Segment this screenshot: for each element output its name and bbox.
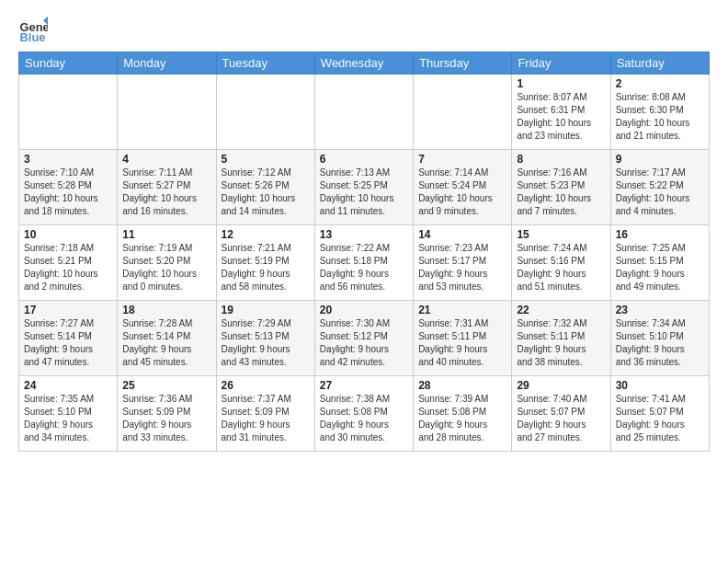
day-cell: 10Sunrise: 7:18 AM Sunset: 5:21 PM Dayli… — [19, 225, 118, 301]
week-row-5: 24Sunrise: 7:35 AM Sunset: 5:10 PM Dayli… — [19, 376, 710, 452]
day-info: Sunrise: 7:31 AM Sunset: 5:11 PM Dayligh… — [418, 317, 506, 369]
day-cell: 18Sunrise: 7:28 AM Sunset: 5:14 PM Dayli… — [118, 301, 216, 376]
day-cell: 3Sunrise: 7:10 AM Sunset: 5:28 PM Daylig… — [19, 150, 118, 225]
weekday-tuesday: Tuesday — [216, 52, 314, 75]
day-info: Sunrise: 7:36 AM Sunset: 5:09 PM Dayligh… — [122, 393, 210, 444]
day-number: 29 — [517, 379, 605, 392]
header: General Blue — [18, 15, 710, 44]
day-number: 10 — [24, 228, 112, 241]
day-cell: 5Sunrise: 7:12 AM Sunset: 5:26 PM Daylig… — [216, 150, 314, 225]
day-cell: 14Sunrise: 7:23 AM Sunset: 5:17 PM Dayli… — [414, 225, 512, 301]
day-cell: 24Sunrise: 7:35 AM Sunset: 5:10 PM Dayli… — [19, 376, 118, 452]
day-number: 14 — [418, 228, 506, 241]
day-number: 19 — [222, 304, 310, 316]
day-cell: 12Sunrise: 7:21 AM Sunset: 5:19 PM Dayli… — [216, 225, 314, 301]
weekday-monday: Monday — [118, 52, 216, 75]
day-info: Sunrise: 7:29 AM Sunset: 5:13 PM Dayligh… — [222, 317, 310, 369]
weekday-saturday: Saturday — [610, 52, 709, 75]
weekday-sunday: Sunday — [19, 52, 118, 75]
day-number: 18 — [122, 304, 210, 316]
day-number: 28 — [418, 379, 506, 392]
day-number: 15 — [517, 228, 605, 241]
day-number: 2 — [616, 77, 704, 90]
logo: General Blue — [18, 15, 51, 44]
week-row-4: 17Sunrise: 7:27 AM Sunset: 5:14 PM Dayli… — [19, 301, 710, 376]
day-info: Sunrise: 7:22 AM Sunset: 5:18 PM Dayligh… — [320, 242, 408, 293]
weekday-thursday: Thursday — [414, 52, 512, 75]
day-number: 4 — [122, 153, 210, 166]
day-number: 25 — [122, 379, 210, 392]
day-cell: 28Sunrise: 7:39 AM Sunset: 5:08 PM Dayli… — [414, 376, 512, 452]
day-cell: 15Sunrise: 7:24 AM Sunset: 5:16 PM Dayli… — [512, 225, 610, 301]
weekday-wednesday: Wednesday — [314, 52, 413, 75]
day-cell: 27Sunrise: 7:38 AM Sunset: 5:08 PM Dayli… — [314, 376, 413, 452]
week-row-3: 10Sunrise: 7:18 AM Sunset: 5:21 PM Dayli… — [19, 225, 710, 301]
day-number: 12 — [222, 228, 310, 241]
day-info: Sunrise: 7:21 AM Sunset: 5:19 PM Dayligh… — [222, 242, 310, 293]
day-number: 21 — [418, 304, 506, 316]
day-number: 26 — [222, 379, 310, 392]
day-number: 20 — [320, 304, 408, 316]
day-cell: 23Sunrise: 7:34 AM Sunset: 5:10 PM Dayli… — [610, 301, 709, 376]
day-info: Sunrise: 7:37 AM Sunset: 5:09 PM Dayligh… — [222, 393, 310, 444]
day-info: Sunrise: 7:12 AM Sunset: 5:26 PM Dayligh… — [222, 167, 310, 218]
day-cell: 4Sunrise: 7:11 AM Sunset: 5:27 PM Daylig… — [118, 150, 216, 225]
day-info: Sunrise: 7:39 AM Sunset: 5:08 PM Dayligh… — [418, 393, 506, 444]
day-info: Sunrise: 7:32 AM Sunset: 5:11 PM Dayligh… — [517, 317, 605, 369]
day-info: Sunrise: 7:27 AM Sunset: 5:14 PM Dayligh… — [24, 317, 112, 369]
day-info: Sunrise: 7:23 AM Sunset: 5:17 PM Dayligh… — [418, 242, 506, 293]
day-info: Sunrise: 8:08 AM Sunset: 6:30 PM Dayligh… — [616, 91, 704, 143]
weekday-header-row: SundayMondayTuesdayWednesdayThursdayFrid… — [19, 52, 710, 75]
day-number: 17 — [24, 304, 112, 316]
day-number: 7 — [418, 153, 506, 166]
day-cell: 9Sunrise: 7:17 AM Sunset: 5:22 PM Daylig… — [610, 150, 709, 225]
day-info: Sunrise: 7:14 AM Sunset: 5:24 PM Dayligh… — [418, 167, 506, 218]
day-number: 6 — [320, 153, 408, 166]
day-cell — [414, 75, 512, 150]
day-info: Sunrise: 7:10 AM Sunset: 5:28 PM Dayligh… — [24, 167, 112, 218]
day-cell: 30Sunrise: 7:41 AM Sunset: 5:07 PM Dayli… — [610, 376, 709, 452]
svg-text:Blue: Blue — [20, 30, 46, 44]
day-info: Sunrise: 7:17 AM Sunset: 5:22 PM Dayligh… — [616, 167, 704, 218]
day-info: Sunrise: 8:07 AM Sunset: 6:31 PM Dayligh… — [517, 91, 605, 143]
day-number: 11 — [122, 228, 210, 241]
day-number: 1 — [517, 77, 605, 90]
day-info: Sunrise: 7:40 AM Sunset: 5:07 PM Dayligh… — [517, 393, 605, 444]
day-cell: 16Sunrise: 7:25 AM Sunset: 5:15 PM Dayli… — [610, 225, 709, 301]
week-row-1: 1Sunrise: 8:07 AM Sunset: 6:31 PM Daylig… — [19, 75, 710, 150]
day-info: Sunrise: 7:11 AM Sunset: 5:27 PM Dayligh… — [122, 167, 210, 218]
day-info: Sunrise: 7:35 AM Sunset: 5:10 PM Dayligh… — [24, 393, 112, 444]
day-cell: 7Sunrise: 7:14 AM Sunset: 5:24 PM Daylig… — [414, 150, 512, 225]
day-cell — [118, 75, 216, 150]
day-number: 3 — [24, 153, 112, 166]
day-cell: 11Sunrise: 7:19 AM Sunset: 5:20 PM Dayli… — [118, 225, 216, 301]
logo-icon: General Blue — [18, 15, 48, 44]
day-cell: 26Sunrise: 7:37 AM Sunset: 5:09 PM Dayli… — [216, 376, 314, 452]
day-info: Sunrise: 7:18 AM Sunset: 5:21 PM Dayligh… — [24, 242, 112, 293]
day-info: Sunrise: 7:25 AM Sunset: 5:15 PM Dayligh… — [616, 242, 704, 293]
day-cell: 17Sunrise: 7:27 AM Sunset: 5:14 PM Dayli… — [19, 301, 118, 376]
weekday-friday: Friday — [512, 52, 610, 75]
day-cell — [314, 75, 413, 150]
day-number: 22 — [517, 304, 605, 316]
day-cell: 8Sunrise: 7:16 AM Sunset: 5:23 PM Daylig… — [512, 150, 610, 225]
calendar-table: SundayMondayTuesdayWednesdayThursdayFrid… — [18, 52, 710, 452]
day-number: 23 — [616, 304, 704, 316]
day-cell: 6Sunrise: 7:13 AM Sunset: 5:25 PM Daylig… — [314, 150, 413, 225]
day-info: Sunrise: 7:13 AM Sunset: 5:25 PM Dayligh… — [320, 167, 408, 218]
day-cell: 2Sunrise: 8:08 AM Sunset: 6:30 PM Daylig… — [610, 75, 709, 150]
day-cell: 29Sunrise: 7:40 AM Sunset: 5:07 PM Dayli… — [512, 376, 610, 452]
day-cell: 20Sunrise: 7:30 AM Sunset: 5:12 PM Dayli… — [314, 301, 413, 376]
day-cell — [19, 75, 118, 150]
day-number: 24 — [24, 379, 112, 392]
day-info: Sunrise: 7:16 AM Sunset: 5:23 PM Dayligh… — [517, 167, 605, 218]
day-number: 27 — [320, 379, 408, 392]
day-number: 16 — [616, 228, 704, 241]
day-number: 8 — [517, 153, 605, 166]
day-cell: 25Sunrise: 7:36 AM Sunset: 5:09 PM Dayli… — [118, 376, 216, 452]
day-cell — [216, 75, 314, 150]
day-cell: 21Sunrise: 7:31 AM Sunset: 5:11 PM Dayli… — [414, 301, 512, 376]
week-row-2: 3Sunrise: 7:10 AM Sunset: 5:28 PM Daylig… — [19, 150, 710, 225]
day-info: Sunrise: 7:41 AM Sunset: 5:07 PM Dayligh… — [616, 393, 704, 444]
day-cell: 22Sunrise: 7:32 AM Sunset: 5:11 PM Dayli… — [512, 301, 610, 376]
